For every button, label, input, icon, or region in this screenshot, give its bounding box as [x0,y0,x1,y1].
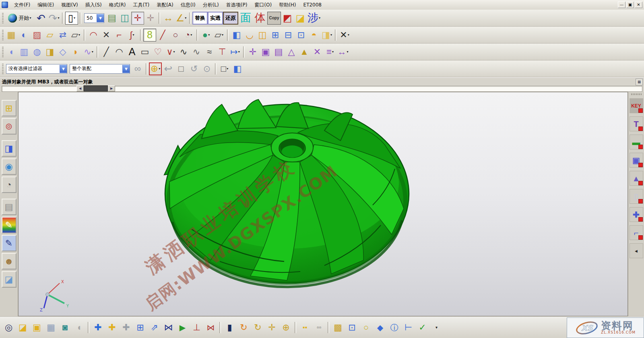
palette-part-elbow[interactable]: ⌐ [630,225,643,240]
hide-component-icon[interactable]: ▫▫ [312,320,326,335]
scroll-left-icon[interactable]: ◀ [76,85,84,91]
unsectioned-view-icon[interactable]: □ [175,62,188,75]
menu-preferences[interactable]: 首选项(P) [223,0,251,9]
curve-fillet-icon[interactable]: ◠ [87,29,100,41]
palette-dialog-icon[interactable]: ▤ [2,199,17,215]
prompt-grid-icon[interactable]: ▦ [636,79,643,85]
dropdown-arrow-icon[interactable]: ▾ [348,33,349,37]
wave-geometry-icon[interactable]: ✚ [119,320,133,335]
dropdown-arrow-icon[interactable]: ▾ [58,16,59,20]
law-curve-icon[interactable]: ♡ [151,46,164,58]
subtract-icon[interactable]: ⊟ [282,29,295,41]
menu-insert[interactable]: 插入(S) [82,0,105,9]
assembly-constraints-icon[interactable]: ⊕ [279,320,293,335]
pattern-component-icon[interactable]: ⇗ [147,320,161,335]
curve-mesh-icon[interactable]: ▨ [31,29,43,41]
dropdown-arrow-icon[interactable]: ▾ [92,50,93,54]
menu-assembly[interactable]: 装配(A) [153,0,177,9]
copy-object-icon[interactable]: ▣ [259,46,272,58]
remember-constraints-icon[interactable]: ▮ [223,320,237,335]
drag-component-icon[interactable]: ✛ [265,320,279,335]
menu-format[interactable]: 格式(R) [105,0,130,9]
dropdown-arrow-icon[interactable]: ▾ [347,50,348,54]
spline-icon[interactable]: ∿ [177,46,190,58]
circle-icon[interactable]: ○ [169,29,182,41]
translucency-button[interactable]: 实透 [208,12,223,25]
menu-view[interactable]: 视图(V) [58,0,82,9]
scale-dimension-icon[interactable]: ✕▾ [338,29,351,41]
chain-curve-icon[interactable]: 8 [143,29,156,41]
body-button[interactable]: 体 [253,12,267,25]
mirror-assembly-icon[interactable]: ⋈ [161,320,175,335]
sheet-edit-icon[interactable]: ◇ [56,46,69,58]
dropdown-arrow-icon[interactable]: ▾ [319,16,320,20]
wcs-dynamics-icon[interactable]: ✛ [131,12,144,25]
rectangle-select-icon[interactable]: □▾ [218,62,231,75]
palette-part-cross[interactable]: ✚ [630,207,643,222]
start-button[interactable]: 开始 ▾ [5,12,35,25]
palette-part-flange[interactable]: ▲ [630,171,643,186]
dropdown-arrow-icon[interactable]: ▾ [332,50,334,54]
snapshot-component-icon[interactable]: ◙ [58,320,72,335]
dropdown-arrow-icon[interactable]: ▾ [190,33,192,37]
dropdown-arrow-icon[interactable]: ▾ [173,50,175,54]
redo-icon[interactable]: ↷▾ [47,12,60,25]
open-component-icon[interactable]: ◪ [16,320,30,335]
clearance-check-icon[interactable]: ◆ [373,320,387,335]
exploded-views-icon[interactable]: ▩ [331,320,345,335]
combo-arrow-icon[interactable]: ▼ [97,14,104,22]
history-icon[interactable]: ◔ [2,176,17,193]
object-properties-icon[interactable]: ≡▾ [324,46,336,58]
delete-object-icon[interactable]: ✕ [311,46,324,58]
line-icon[interactable]: ╱ [156,29,169,41]
arc-point-icon[interactable]: ◠ [113,46,126,58]
text-icon[interactable]: A [126,46,138,58]
two-sheet-icon[interactable]: ◨ [43,46,56,58]
profile-shapes-icon[interactable]: ●▾ [200,29,213,41]
palette-scroll-icon[interactable]: ◂ [630,243,643,258]
web-browser-icon[interactable]: ◉ [2,158,17,175]
roles-icon[interactable]: ☻ [2,253,17,270]
move-object-icon[interactable]: ✛ [246,46,259,58]
geometry-link-icon[interactable]: ∞ [131,62,144,75]
graphics-viewport[interactable]: 潇洒职业培训学校 启网:WWW.DGXSPX.COM X Y Z [18,92,628,316]
scene-blueprint-icon[interactable]: ✎ [2,235,17,251]
perpendicular-icon[interactable]: ⊥ [190,320,204,335]
measure-angle-icon[interactable]: ∠▾ [175,12,188,25]
arc-icon[interactable]: ◔▾ [182,29,195,41]
snap-point-button[interactable]: ⊕▾ [149,62,162,75]
rotate-point-icon[interactable]: ↺ [188,62,200,75]
sequence-icon[interactable]: ▶ [175,320,190,335]
palette-grip[interactable] [631,93,642,95]
window-minimize-button[interactable]: — [618,2,625,8]
dropdown-arrow-icon[interactable]: ▾ [74,16,75,20]
menu-tools[interactable]: 工具(T) [129,0,153,9]
dropdown-arrow-icon[interactable]: ▾ [185,16,186,20]
select-component-icon[interactable]: ▣ [30,320,44,335]
rectangle-icon[interactable]: ▭ [138,46,151,58]
red-block-icon[interactable]: ◩ [281,12,294,25]
dropdown-arrow-icon[interactable]: ▾ [29,16,31,20]
emboss-icon[interactable]: ◓ [308,29,320,41]
replace-face-button[interactable]: 替换 [192,12,208,25]
selection-filter-combo[interactable]: 没有选择过滤器▼ [6,64,67,74]
create-new-component-icon[interactable]: ✚ [105,320,119,335]
work-layer-combo[interactable]: 50▼ [84,13,104,23]
dropdown-arrow-icon[interactable]: ▾ [133,33,134,37]
extrude-icon[interactable]: ◧ [230,29,243,41]
impeller-model[interactable] [19,92,628,316]
show-component-icon[interactable]: ▪▪ [298,320,312,335]
dropdown-arrow-icon[interactable]: ▾ [78,33,80,37]
palette-part-green-block[interactable]: ▬ [630,135,643,149]
dropdown-arrow-icon[interactable]: ▾ [222,33,223,37]
menu-file[interactable]: 文件(F) [10,0,34,9]
scale-object-icon[interactable]: ▲ [298,46,311,58]
shaded-view-icon[interactable]: ◧ [231,62,244,75]
visualization-icon[interactable]: ✎ [2,217,17,233]
bend-sheet-icon[interactable]: ◗ [69,46,82,58]
selection-scope-combo[interactable]: 整个装配▼ [70,64,130,74]
layer-settings-icon[interactable]: ▤ [105,12,118,25]
trim-body-icon[interactable]: ◫ [256,29,269,41]
snap-fit-icon[interactable]: ⋈ [204,320,218,335]
add-component-icon[interactable]: ✚ [91,320,105,335]
